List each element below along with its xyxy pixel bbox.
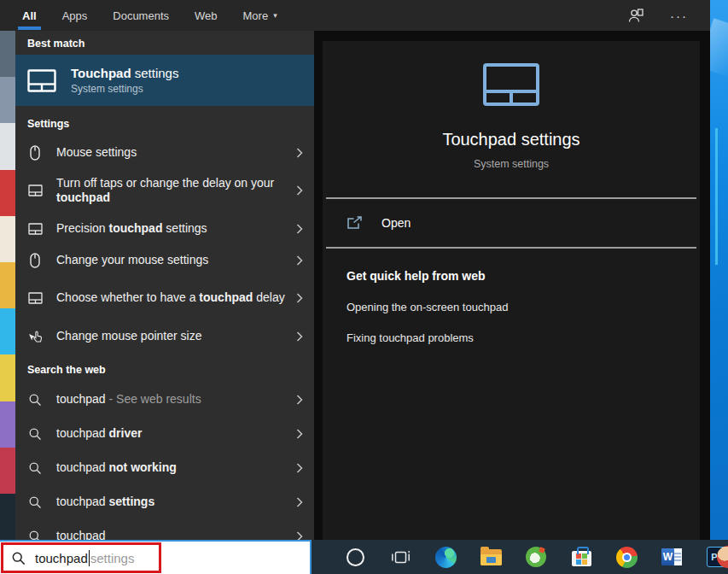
web-result-touchpad-settings[interactable]: touchpad settings <box>15 485 314 519</box>
best-match-subtitle: System settings <box>71 83 178 95</box>
search-suggestion-text: settings <box>90 551 135 565</box>
preview-subtitle: System settings <box>474 158 549 170</box>
search-icon <box>27 427 43 441</box>
mouse-icon <box>27 253 43 268</box>
taskbar-search-box[interactable]: touchpad settings <box>0 540 312 574</box>
help-header: Get quick help from web <box>347 269 700 283</box>
search-icon <box>27 495 43 509</box>
task-view-icon[interactable] <box>389 546 411 568</box>
chrome-icon[interactable] <box>615 546 638 568</box>
touchpad-icon <box>27 68 56 92</box>
chevron-right-icon <box>296 293 304 303</box>
chevron-right-icon <box>296 331 304 342</box>
chevron-right-icon <box>296 395 304 405</box>
desktop-wallpaper <box>710 0 728 540</box>
web-result-see-web-results[interactable]: touchpad - See web results <box>15 383 314 417</box>
chevron-right-icon <box>296 224 304 234</box>
best-match-title: Touchpad settings <box>71 66 178 80</box>
chevron-right-icon <box>296 255 304 266</box>
tab-more[interactable]: More ▾ <box>243 0 277 31</box>
open-icon <box>347 216 363 230</box>
chevron-right-icon <box>296 185 304 196</box>
chevron-right-icon <box>296 463 304 473</box>
help-link-onscreen-touchpad[interactable]: Opening the on-screen touchpad <box>347 301 700 313</box>
web-result-touchpad-not-working[interactable]: touchpad not working <box>15 451 314 485</box>
search-icon <box>27 393 43 407</box>
edge-icon[interactable] <box>434 546 457 568</box>
help-link-fixing-problems[interactable]: Fixing touchpad problems <box>347 331 700 344</box>
microsoft-store-icon[interactable] <box>570 546 592 568</box>
more-options-icon[interactable]: ··· <box>670 9 688 23</box>
web-result-touchpad-driver[interactable]: touchpad driver <box>15 417 314 451</box>
tab-web[interactable]: Web <box>195 0 218 31</box>
search-typed-text: touchpad <box>35 551 88 565</box>
preview-title: Touchpad settings <box>442 130 579 149</box>
settings-item-precision-touchpad[interactable]: Precision touchpad settings <box>15 213 314 244</box>
desktop-icons-strip <box>0 31 15 540</box>
tab-all[interactable]: All <box>22 0 37 31</box>
cortana-icon[interactable] <box>344 546 366 568</box>
hand-pointer-icon <box>27 330 43 343</box>
best-match-header: Best match <box>15 31 314 55</box>
windows-search-screen: All Apps Documents Web More ▾ ··· Best m… <box>0 0 728 574</box>
touchpad-icon <box>27 223 43 235</box>
search-icon <box>27 461 43 475</box>
settings-item-pointer-size[interactable]: Change mouse pointer size <box>15 320 314 352</box>
tab-documents[interactable]: Documents <box>113 0 169 31</box>
taskbar: touchpad settings W <box>0 540 728 574</box>
touchpad-icon <box>27 184 43 196</box>
open-label: Open <box>381 216 411 230</box>
chevron-right-icon <box>296 531 304 540</box>
web-result-clipped[interactable]: touchpad <box>15 519 314 540</box>
preview-panel: Touchpad settings System settings Open G… <box>314 31 710 540</box>
search-icon <box>11 551 26 565</box>
settings-item-change-mouse-settings[interactable]: Change your mouse settings <box>15 244 314 276</box>
chevron-right-icon <box>296 429 304 439</box>
chevron-right-icon <box>296 148 304 158</box>
tab-apps[interactable]: Apps <box>62 0 88 31</box>
mouse-icon <box>27 145 43 161</box>
search-icon <box>27 530 43 540</box>
account-icon[interactable] <box>627 8 644 23</box>
search-tab-bar: All Apps Documents Web More ▾ ··· <box>0 0 710 31</box>
file-explorer-icon[interactable] <box>480 546 502 568</box>
web-section-header: Search the web <box>15 352 314 383</box>
touchpad-icon <box>27 292 43 304</box>
settings-section-header: Settings <box>15 106 314 137</box>
chevron-right-icon <box>296 497 304 507</box>
settings-item-mouse-settings[interactable]: Mouse settings <box>15 137 314 168</box>
touchpad-icon-large <box>483 63 539 106</box>
word-icon[interactable]: W <box>661 546 683 568</box>
green-disc-app-icon[interactable] <box>525 546 547 568</box>
best-match-result[interactable]: Touchpad settings System settings <box>15 55 314 106</box>
search-results-panel: Best match Touchpad settings System sett… <box>15 31 314 540</box>
settings-item-turn-off-taps[interactable]: Turn off taps or change the delay on you… <box>15 168 314 213</box>
text-caret <box>89 550 90 566</box>
search-input[interactable]: touchpad settings <box>35 550 134 566</box>
settings-item-touchpad-delay[interactable]: Choose whether to have a touchpad delay <box>15 276 314 320</box>
chevron-down-icon: ▾ <box>273 11 277 20</box>
open-action[interactable]: Open <box>323 199 700 247</box>
